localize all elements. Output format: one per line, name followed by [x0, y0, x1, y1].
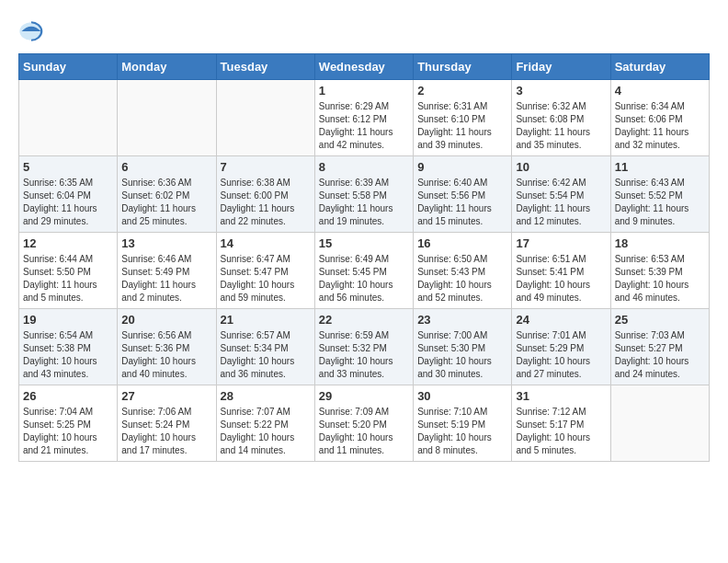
calendar-cell: 16Sunrise: 6:50 AM Sunset: 5:43 PM Dayli… [414, 233, 512, 309]
calendar-cell: 20Sunrise: 6:56 AM Sunset: 5:36 PM Dayli… [118, 309, 216, 385]
day-info: Sunrise: 6:42 AM Sunset: 5:54 PM Dayligh… [516, 177, 606, 228]
day-number: 29 [319, 389, 409, 403]
weekday-header-row: SundayMondayTuesdayWednesdayThursdayFrid… [19, 54, 710, 80]
calendar-cell: 18Sunrise: 6:53 AM Sunset: 5:39 PM Dayli… [610, 233, 709, 309]
weekday-header-saturday: Saturday [610, 54, 709, 80]
day-number: 12 [23, 236, 113, 250]
day-number: 24 [516, 313, 606, 327]
day-number: 26 [23, 389, 113, 403]
day-info: Sunrise: 6:56 AM Sunset: 5:36 PM Dayligh… [121, 329, 211, 381]
calendar-cell: 8Sunrise: 6:39 AM Sunset: 5:58 PM Daylig… [314, 156, 413, 233]
day-number: 15 [319, 236, 409, 250]
day-number: 7 [221, 160, 311, 174]
day-info: Sunrise: 7:10 AM Sunset: 5:19 PM Dayligh… [417, 406, 507, 457]
calendar-cell: 5Sunrise: 6:35 AM Sunset: 6:04 PM Daylig… [19, 156, 118, 233]
calendar-body: 1Sunrise: 6:29 AM Sunset: 6:12 PM Daylig… [19, 80, 710, 462]
calendar-cell [610, 385, 709, 462]
calendar-cell: 28Sunrise: 7:07 AM Sunset: 5:22 PM Dayli… [216, 385, 314, 462]
calendar-week-5: 26Sunrise: 7:04 AM Sunset: 5:25 PM Dayli… [19, 385, 710, 462]
day-info: Sunrise: 6:38 AM Sunset: 6:00 PM Dayligh… [221, 177, 311, 228]
day-info: Sunrise: 6:40 AM Sunset: 5:56 PM Dayligh… [417, 177, 507, 228]
calendar-cell: 9Sunrise: 6:40 AM Sunset: 5:56 PM Daylig… [414, 156, 512, 233]
calendar-cell: 29Sunrise: 7:09 AM Sunset: 5:20 PM Dayli… [314, 385, 413, 462]
weekday-header-sunday: Sunday [19, 54, 118, 80]
calendar-cell: 30Sunrise: 7:10 AM Sunset: 5:19 PM Dayli… [414, 385, 512, 462]
calendar-cell: 12Sunrise: 6:44 AM Sunset: 5:50 PM Dayli… [19, 233, 118, 309]
page-header [18, 18, 710, 44]
day-info: Sunrise: 7:06 AM Sunset: 5:24 PM Dayligh… [121, 406, 211, 457]
day-info: Sunrise: 6:31 AM Sunset: 6:10 PM Dayligh… [417, 100, 507, 152]
calendar-header: SundayMondayTuesdayWednesdayThursdayFrid… [19, 54, 710, 80]
calendar-cell [118, 80, 216, 156]
calendar-cell: 27Sunrise: 7:06 AM Sunset: 5:24 PM Dayli… [118, 385, 216, 462]
calendar-cell: 19Sunrise: 6:54 AM Sunset: 5:38 PM Dayli… [19, 309, 118, 385]
day-number: 6 [121, 160, 211, 174]
calendar-cell: 24Sunrise: 7:01 AM Sunset: 5:29 PM Dayli… [512, 309, 610, 385]
day-number: 5 [23, 160, 113, 174]
day-number: 10 [516, 160, 606, 174]
weekday-header-friday: Friday [512, 54, 610, 80]
day-number: 9 [417, 160, 507, 174]
day-info: Sunrise: 6:29 AM Sunset: 6:12 PM Dayligh… [319, 100, 409, 152]
calendar-week-4: 19Sunrise: 6:54 AM Sunset: 5:38 PM Dayli… [19, 309, 710, 385]
day-number: 23 [417, 313, 507, 327]
day-number: 20 [121, 313, 211, 327]
calendar-week-3: 12Sunrise: 6:44 AM Sunset: 5:50 PM Dayli… [19, 233, 710, 309]
day-number: 16 [417, 236, 507, 250]
day-number: 13 [121, 236, 211, 250]
calendar-week-2: 5Sunrise: 6:35 AM Sunset: 6:04 PM Daylig… [19, 156, 710, 233]
day-number: 28 [221, 389, 311, 403]
day-info: Sunrise: 6:39 AM Sunset: 5:58 PM Dayligh… [319, 177, 409, 228]
logo-icon [18, 18, 44, 44]
weekday-header-thursday: Thursday [414, 54, 512, 80]
day-number: 22 [319, 313, 409, 327]
day-info: Sunrise: 6:59 AM Sunset: 5:32 PM Dayligh… [319, 329, 409, 381]
day-number: 3 [516, 84, 606, 98]
weekday-header-wednesday: Wednesday [314, 54, 413, 80]
calendar-cell: 13Sunrise: 6:46 AM Sunset: 5:49 PM Dayli… [118, 233, 216, 309]
day-info: Sunrise: 6:50 AM Sunset: 5:43 PM Dayligh… [417, 253, 507, 304]
calendar-cell: 21Sunrise: 6:57 AM Sunset: 5:34 PM Dayli… [216, 309, 314, 385]
day-info: Sunrise: 6:51 AM Sunset: 5:41 PM Dayligh… [516, 253, 606, 304]
day-info: Sunrise: 7:12 AM Sunset: 5:17 PM Dayligh… [516, 406, 606, 457]
day-info: Sunrise: 6:46 AM Sunset: 5:49 PM Dayligh… [121, 253, 211, 304]
day-info: Sunrise: 6:57 AM Sunset: 5:34 PM Dayligh… [221, 329, 311, 381]
calendar-cell: 17Sunrise: 6:51 AM Sunset: 5:41 PM Dayli… [512, 233, 610, 309]
day-number: 21 [221, 313, 311, 327]
calendar-cell: 1Sunrise: 6:29 AM Sunset: 6:12 PM Daylig… [314, 80, 413, 156]
calendar-cell: 7Sunrise: 6:38 AM Sunset: 6:00 PM Daylig… [216, 156, 314, 233]
day-number: 17 [516, 236, 606, 250]
weekday-header-tuesday: Tuesday [216, 54, 314, 80]
calendar-cell [19, 80, 118, 156]
day-info: Sunrise: 7:03 AM Sunset: 5:27 PM Dayligh… [615, 329, 705, 381]
calendar-cell: 14Sunrise: 6:47 AM Sunset: 5:47 PM Dayli… [216, 233, 314, 309]
day-info: Sunrise: 6:44 AM Sunset: 5:50 PM Dayligh… [23, 253, 113, 304]
day-info: Sunrise: 7:01 AM Sunset: 5:29 PM Dayligh… [516, 329, 606, 381]
calendar-week-1: 1Sunrise: 6:29 AM Sunset: 6:12 PM Daylig… [19, 80, 710, 156]
day-number: 19 [23, 313, 113, 327]
calendar-cell: 3Sunrise: 6:32 AM Sunset: 6:08 PM Daylig… [512, 80, 610, 156]
day-info: Sunrise: 6:35 AM Sunset: 6:04 PM Dayligh… [23, 177, 113, 228]
day-info: Sunrise: 6:43 AM Sunset: 5:52 PM Dayligh… [615, 177, 705, 228]
day-info: Sunrise: 6:36 AM Sunset: 6:02 PM Dayligh… [121, 177, 211, 228]
calendar-cell: 6Sunrise: 6:36 AM Sunset: 6:02 PM Daylig… [118, 156, 216, 233]
day-number: 25 [615, 313, 705, 327]
day-number: 14 [221, 236, 311, 250]
day-number: 31 [516, 389, 606, 403]
calendar-cell: 4Sunrise: 6:34 AM Sunset: 6:06 PM Daylig… [610, 80, 709, 156]
logo [18, 18, 48, 44]
calendar-cell: 11Sunrise: 6:43 AM Sunset: 5:52 PM Dayli… [610, 156, 709, 233]
day-info: Sunrise: 6:32 AM Sunset: 6:08 PM Dayligh… [516, 100, 606, 152]
day-info: Sunrise: 7:00 AM Sunset: 5:30 PM Dayligh… [417, 329, 507, 381]
calendar-cell: 23Sunrise: 7:00 AM Sunset: 5:30 PM Dayli… [414, 309, 512, 385]
day-info: Sunrise: 6:54 AM Sunset: 5:38 PM Dayligh… [23, 329, 113, 381]
weekday-header-monday: Monday [118, 54, 216, 80]
day-number: 11 [615, 160, 705, 174]
day-info: Sunrise: 6:53 AM Sunset: 5:39 PM Dayligh… [615, 253, 705, 304]
day-number: 2 [417, 84, 507, 98]
calendar-table: SundayMondayTuesdayWednesdayThursdayFrid… [18, 53, 710, 462]
calendar-cell: 25Sunrise: 7:03 AM Sunset: 5:27 PM Dayli… [610, 309, 709, 385]
day-number: 4 [615, 84, 705, 98]
day-number: 18 [615, 236, 705, 250]
calendar-cell: 22Sunrise: 6:59 AM Sunset: 5:32 PM Dayli… [314, 309, 413, 385]
